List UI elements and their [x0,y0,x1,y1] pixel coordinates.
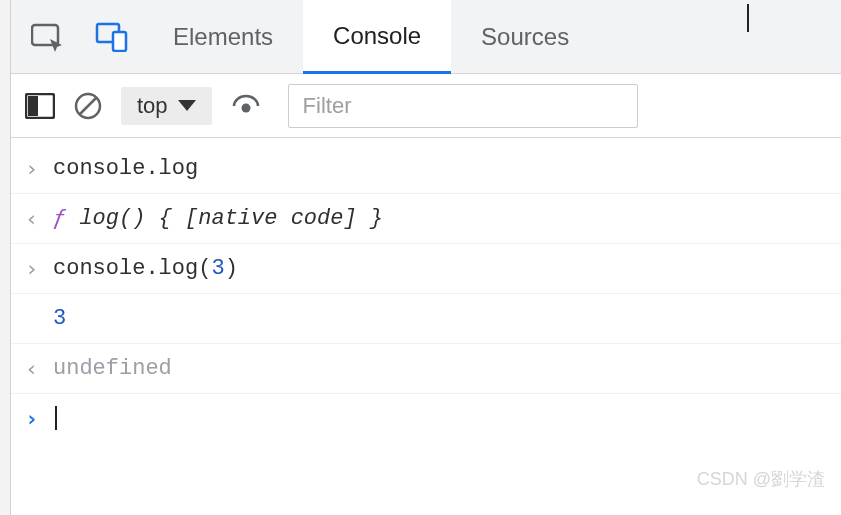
console-entry-text: console.log [53,152,198,185]
function-f-icon: ƒ [53,206,66,231]
output-arrow-icon: ‹ [25,352,43,385]
console-input-line[interactable]: › console.log [11,144,841,194]
device-toolbar-icon[interactable] [95,22,129,52]
console-log-line[interactable]: 3 [11,294,841,344]
input-arrow-icon: › [25,152,43,185]
console-prompt-input[interactable] [53,402,57,435]
tab-elements[interactable]: Elements [143,0,303,73]
input-arrow-icon: › [25,252,43,285]
left-gutter [0,0,10,515]
svg-line-6 [80,98,96,114]
clear-console-icon[interactable] [73,91,103,121]
prompt-arrow-icon: › [25,402,43,435]
filter-input[interactable] [288,84,638,128]
tab-console[interactable]: Console [303,0,451,74]
toggle-sidebar-icon[interactable] [25,93,55,119]
console-input-line[interactable]: › console.log(3) [11,244,841,294]
live-expression-icon[interactable] [230,94,262,118]
tab-sources[interactable]: Sources [451,0,599,73]
console-result-text: ƒ log() { [native code] } [53,202,383,235]
svg-rect-2 [113,32,126,51]
console-toolbar: top [11,74,841,138]
svg-point-7 [241,103,250,112]
chevron-down-icon [178,100,196,111]
output-arrow-icon: ‹ [25,202,43,235]
context-label: top [137,93,168,119]
svg-rect-4 [28,96,38,116]
console-result-line[interactable]: ‹ undefined [11,344,841,394]
console-log-value: 3 [53,302,66,335]
filter-wrapper [288,84,638,128]
text-caret [747,4,749,32]
console-output: › console.log ‹ ƒ log() { [native code] … [11,138,841,443]
console-result-line[interactable]: ‹ ƒ log() { [native code] } [11,194,841,244]
devtools-tabbar: Elements Console Sources [11,0,841,74]
console-undefined-text: undefined [53,352,172,385]
console-prompt-line[interactable]: › [11,394,841,443]
watermark-text: CSDN @劉学渣 [697,467,825,491]
context-selector[interactable]: top [121,87,212,125]
inspect-element-icon[interactable] [31,22,65,52]
console-entry-text: console.log(3) [53,252,238,285]
